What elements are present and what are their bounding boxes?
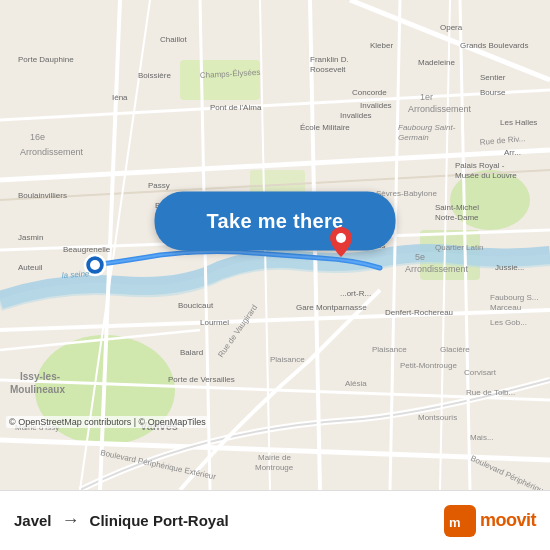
svg-text:Concorde: Concorde	[352, 88, 387, 97]
route-arrow-icon: →	[62, 510, 80, 531]
svg-text:Les Gob...: Les Gob...	[490, 318, 527, 327]
svg-text:Denfert-Rochereau: Denfert-Rochereau	[385, 308, 453, 317]
svg-point-24	[90, 260, 100, 270]
svg-text:1er: 1er	[420, 92, 433, 102]
svg-text:Franklin D.: Franklin D.	[310, 55, 349, 64]
svg-text:Les Halles: Les Halles	[500, 118, 537, 127]
map-container: 16e Arrondissement 1er Arrondissement 5e…	[0, 0, 550, 490]
svg-rect-2	[180, 60, 260, 100]
svg-text:Jasmin: Jasmin	[18, 233, 43, 242]
svg-point-101	[336, 233, 346, 243]
svg-text:Quartier Latin: Quartier Latin	[435, 243, 483, 252]
svg-text:Saint-Michel: Saint-Michel	[435, 203, 479, 212]
svg-text:Pont de l'Alma: Pont de l'Alma	[210, 103, 262, 112]
svg-text:m: m	[449, 515, 461, 530]
svg-text:Faubourg S...: Faubourg S...	[490, 293, 538, 302]
svg-text:Porte de Versailles: Porte de Versailles	[168, 375, 235, 384]
svg-text:Boucicaut: Boucicaut	[178, 301, 214, 310]
svg-text:Lourmel: Lourmel	[200, 318, 229, 327]
svg-text:Plaisance: Plaisance	[372, 345, 407, 354]
svg-text:Balard: Balard	[180, 348, 203, 357]
svg-text:Iéna: Iéna	[112, 93, 128, 102]
svg-text:Sentier: Sentier	[480, 73, 506, 82]
svg-text:Invalides: Invalides	[340, 111, 372, 120]
svg-text:...ort-R...: ...ort-R...	[340, 289, 371, 298]
svg-text:Passy: Passy	[148, 181, 170, 190]
svg-text:Beaugrenelle: Beaugrenelle	[63, 245, 111, 254]
destination-label: Clinique Port-Royal	[90, 512, 229, 529]
svg-text:Auteuil: Auteuil	[18, 263, 43, 272]
svg-text:Faubourg Saint-: Faubourg Saint-	[398, 123, 456, 132]
svg-text:Porte Dauphine: Porte Dauphine	[18, 55, 74, 64]
svg-text:Chaillot: Chaillot	[160, 35, 187, 44]
moovit-logo-text: moovit	[480, 510, 536, 531]
svg-text:Palais Royal -: Palais Royal -	[455, 161, 505, 170]
destination-pin	[330, 227, 352, 255]
route-info: Javel → Clinique Port-Royal	[14, 510, 444, 531]
svg-text:Arrondissement: Arrondissement	[408, 104, 472, 114]
svg-text:Germain: Germain	[398, 133, 429, 142]
svg-text:Mais...: Mais...	[470, 433, 494, 442]
svg-text:Roosevelt: Roosevelt	[310, 65, 346, 74]
svg-text:Musée du Louvre: Musée du Louvre	[455, 171, 517, 180]
svg-text:Madeleine: Madeleine	[418, 58, 455, 67]
svg-text:Mairie de: Mairie de	[258, 453, 291, 462]
moovit-logo-icon: m	[444, 505, 476, 537]
bottom-bar: Javel → Clinique Port-Royal m moovit	[0, 490, 550, 550]
svg-text:Invalides: Invalides	[360, 101, 392, 110]
svg-text:Notre-Dame: Notre-Dame	[435, 213, 479, 222]
moovit-logo: m moovit	[444, 505, 536, 537]
svg-text:5e: 5e	[415, 252, 425, 262]
svg-text:Jussie...: Jussie...	[495, 263, 524, 272]
svg-text:École Militaire: École Militaire	[300, 123, 350, 132]
svg-text:Kleber: Kleber	[370, 41, 393, 50]
svg-text:Glacière: Glacière	[440, 345, 470, 354]
svg-text:16e: 16e	[30, 132, 45, 142]
svg-text:Corvisart: Corvisart	[464, 368, 497, 377]
svg-text:Arrondissement: Arrondissement	[405, 264, 469, 274]
svg-text:Alésia: Alésia	[345, 379, 367, 388]
origin-label: Javel	[14, 512, 52, 529]
svg-text:Opera: Opera	[440, 23, 463, 32]
svg-text:Montrouge: Montrouge	[255, 463, 294, 472]
svg-text:Marceau: Marceau	[490, 303, 521, 312]
svg-text:Gare Montparnasse: Gare Montparnasse	[296, 303, 367, 312]
svg-text:Bourse: Bourse	[480, 88, 506, 97]
svg-text:Petit-Montrouge: Petit-Montrouge	[400, 361, 457, 370]
svg-text:Plaisance: Plaisance	[270, 355, 305, 364]
svg-text:Boulainvilliers: Boulainvilliers	[18, 191, 67, 200]
svg-text:Issy-les-: Issy-les-	[20, 371, 60, 382]
svg-text:Boissière: Boissière	[138, 71, 171, 80]
svg-text:Montsouris: Montsouris	[418, 413, 457, 422]
svg-text:Moulineaux: Moulineaux	[10, 384, 65, 395]
copyright-text: © OpenStreetMap contributors | © OpenMap…	[6, 416, 209, 428]
svg-text:Grands Boulevards: Grands Boulevards	[460, 41, 528, 50]
svg-text:Rue de Tolb...: Rue de Tolb...	[466, 388, 515, 397]
svg-text:Arrondissement: Arrondissement	[20, 147, 84, 157]
take-me-there-button[interactable]: Take me there	[155, 191, 396, 250]
svg-text:Arr...: Arr...	[504, 148, 521, 157]
